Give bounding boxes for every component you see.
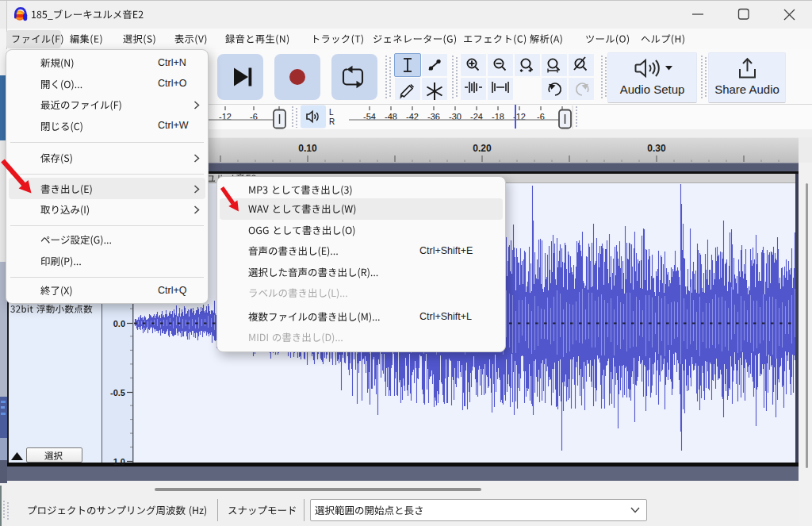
svg-text:-0.5: -0.5 [110,388,125,397]
svg-text:0.0: 0.0 [113,319,125,328]
svg-text:-1.0: -1.0 [110,457,125,466]
